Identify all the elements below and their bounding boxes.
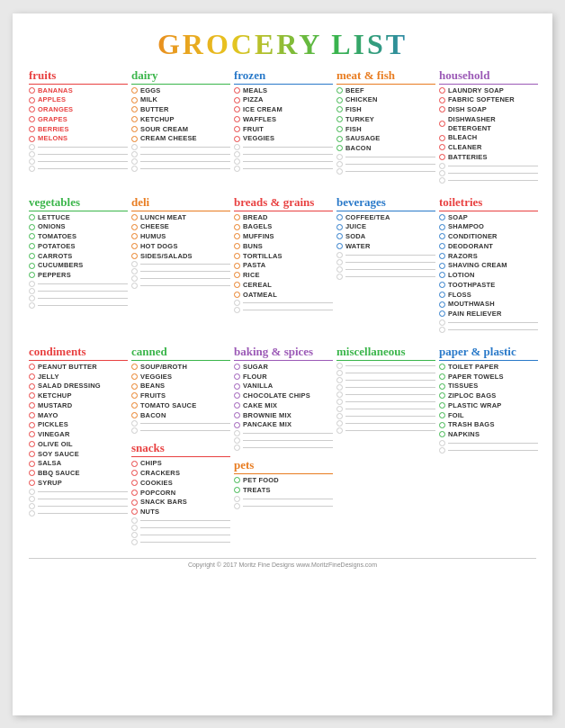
blank-row <box>439 447 538 454</box>
list-item: SOAP <box>439 213 538 222</box>
blank-row <box>234 496 333 502</box>
section-dairy: dairy EGGS MILK BUTTER KETCHUP SOUR CREA… <box>131 68 230 184</box>
grocery-list-page: GROCERY LIST fruits BANANAS APPLES ORANG… <box>13 13 552 715</box>
blank-row <box>439 327 538 333</box>
paper-title: paper & plastic <box>439 345 538 361</box>
list-item: PAIN RELIEVER <box>439 310 538 319</box>
list-item: FABRIC SOFTENER <box>439 95 538 104</box>
blank-row <box>234 307 333 313</box>
list-item: PET FOOD <box>234 476 333 485</box>
footer-text: Copyright © 2017 Moritz Fine Designs www… <box>29 558 536 568</box>
list-item: KETCHUP <box>131 115 230 124</box>
blank-row <box>336 377 435 383</box>
list-item: NAPKINS <box>439 430 538 439</box>
blank-row <box>336 399 435 405</box>
list-item: TOMATO SAUCE <box>131 401 230 410</box>
breads-title: breads & grains <box>234 195 333 211</box>
list-item: PEANUT BUTTER <box>29 363 128 372</box>
list-item: NUTS <box>131 508 230 517</box>
blank-row <box>439 319 538 326</box>
blank-row <box>131 144 230 150</box>
toiletries-title: toiletries <box>439 195 538 211</box>
list-item: BEANS <box>131 382 230 391</box>
section-fruits: fruits BANANAS APPLES ORANGES GRAPES BER… <box>29 68 128 184</box>
list-item: POTATOES <box>29 242 128 251</box>
blank-row <box>234 437 333 444</box>
list-item: DEODORANT <box>439 242 538 251</box>
blank-row <box>29 489 128 495</box>
list-item: BREAD <box>234 213 333 222</box>
list-item: RAZORS <box>439 252 538 261</box>
baking-title: baking & spices <box>234 345 333 361</box>
list-item: FISH <box>336 125 435 134</box>
list-item: CAKE MIX <box>234 401 333 410</box>
list-item: MUSTARD <box>29 401 128 410</box>
list-item: HOT DOGS <box>131 242 230 251</box>
vegetables-title: vegetables <box>29 195 128 211</box>
blank-row <box>234 430 333 436</box>
section-breads: breads & grains BREAD BAGELS MUFFINS BUN… <box>234 195 333 334</box>
section-toiletries: toiletries SOAP SHAMPOO CONDITIONER DEOD… <box>439 195 538 334</box>
blank-row <box>439 163 538 169</box>
list-item: BAGELS <box>234 222 333 231</box>
section-canned: canned SOUP/BROTH VEGGIES BEANS FRUITS T… <box>131 345 230 435</box>
deli-title: deli <box>131 195 230 211</box>
list-item: SODA <box>336 232 435 241</box>
dairy-title: dairy <box>131 68 230 85</box>
list-item: TURKEY <box>336 115 435 124</box>
list-item: CONDITIONER <box>439 232 538 241</box>
list-item: TREATS <box>234 486 333 495</box>
household-title: household <box>439 68 538 85</box>
list-item: SHAVING CREAM <box>439 261 538 270</box>
list-item: CHOCOLATE CHIPS <box>234 391 333 400</box>
blank-row <box>336 420 435 427</box>
list-item: SOUR CREAM <box>131 125 230 134</box>
blank-row <box>131 268 230 274</box>
list-item: BACON <box>336 144 435 153</box>
list-item: VEGGIES <box>234 134 333 143</box>
blank-row <box>336 384 435 391</box>
blank-row <box>29 496 128 502</box>
section-meat: meat & fish BEEF CHICKEN FISH TURKEY FIS… <box>336 68 435 184</box>
blank-row <box>439 440 538 446</box>
list-item: EGGS <box>131 86 230 95</box>
list-item: CARROTS <box>29 252 128 261</box>
blank-row <box>131 275 230 282</box>
list-item: BLEACH <box>439 133 538 142</box>
list-item: MILK <box>131 95 230 104</box>
list-item: BERRIES <box>29 125 128 134</box>
blank-row <box>131 427 230 434</box>
list-item: SOUP/BROTH <box>131 363 230 372</box>
blank-row <box>29 302 128 309</box>
snacks-title: snacks <box>131 441 230 457</box>
list-item: POPCORN <box>131 489 230 498</box>
blank-row <box>234 445 333 451</box>
blank-row <box>234 151 333 157</box>
list-item: WAFFLES <box>234 115 333 124</box>
list-item: CHICKEN <box>336 95 435 104</box>
meat-title: meat & fish <box>336 68 435 85</box>
blank-row <box>439 170 538 176</box>
list-item: SOY SAUCE <box>29 450 128 459</box>
page-title: GROCERY LIST <box>29 28 536 61</box>
section-frozen: frozen MEALS PIZZA ICE CREAM WAFFLES FRU… <box>234 68 333 184</box>
blank-row <box>336 161 435 167</box>
blank-row <box>336 363 435 369</box>
section-snacks: snacks CHIPS CRACKERS COOKIES POPCORN SN… <box>131 441 230 545</box>
list-item: PIZZA <box>234 95 333 104</box>
list-item: SNACK BARS <box>131 498 230 507</box>
blank-row <box>29 295 128 301</box>
list-item: MAYO <box>29 411 128 420</box>
misc-title: miscellaneous <box>336 345 435 361</box>
blank-row <box>336 154 435 160</box>
blank-row <box>336 252 435 258</box>
blank-row <box>336 406 435 412</box>
fruits-title: fruits <box>29 68 128 85</box>
condiments-title: condiments <box>29 345 128 361</box>
list-item: TOOTHPASTE <box>439 281 538 290</box>
blank-row <box>336 370 435 376</box>
list-item: BANANAS <box>29 86 128 95</box>
list-item: TISSUES <box>439 382 538 391</box>
list-item: TOILET PAPER <box>439 363 538 372</box>
frozen-title: frozen <box>234 68 333 85</box>
